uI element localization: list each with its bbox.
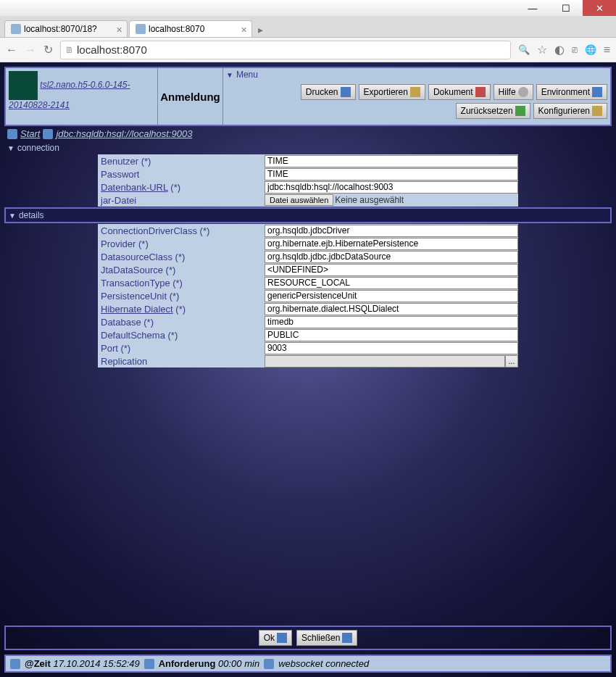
section-details-header[interactable]: ▼ details — [4, 207, 612, 223]
dburl-link[interactable]: Datenbank-URL — [101, 182, 168, 193]
print-icon — [341, 87, 351, 97]
close-icon — [342, 633, 352, 643]
detail-input[interactable] — [265, 225, 518, 237]
reset-icon — [515, 106, 525, 116]
menu-heading[interactable]: ▼ Menu — [223, 68, 610, 81]
breadcrumb-path[interactable]: jdbc:hsqldb:hsql://localhost:9003 — [56, 128, 192, 139]
menu-icon[interactable]: ≡ — [604, 43, 610, 57]
print-button[interactable]: Drucken — [301, 84, 356, 100]
detail-label: TransactionType (*) — [98, 278, 265, 288]
ok-button[interactable]: Ok — [259, 630, 292, 646]
detail-input[interactable] — [265, 316, 518, 328]
project-logo-icon — [9, 71, 38, 100]
reload-icon[interactable]: ↻ — [43, 43, 53, 57]
tab-close-icon[interactable]: ✕ — [116, 25, 122, 35]
page-icon: 🗎 — [65, 45, 74, 55]
favicon-icon — [11, 24, 21, 34]
back-icon[interactable]: ← — [6, 43, 17, 57]
breadcrumb-start[interactable]: Start — [20, 128, 40, 139]
url-bar[interactable]: 🗎 localhost:8070 — [60, 41, 511, 59]
breadcrumb: Start jdbc:hsqldb:hsql://localhost:9003 — [4, 126, 612, 141]
chevron-down-icon: ▼ — [7, 144, 14, 152]
help-button[interactable]: Hilfe — [494, 84, 533, 100]
status-time-label: @Zeit — [25, 658, 51, 669]
detail-input[interactable] — [265, 277, 518, 289]
replication-label: Replication — [98, 356, 265, 367]
connection-form: Benutzer (*) Passwort Datenbank-URL (*) … — [98, 154, 518, 207]
menu-button-bar: Drucken Exportieren Dokument Hilfe Envir… — [223, 81, 610, 122]
close-button[interactable]: Schließen — [296, 630, 357, 646]
folder-icon — [277, 633, 287, 643]
detail-label: ConnectionDriverClass (*) — [98, 225, 265, 236]
home-icon — [7, 129, 17, 139]
browser-toolbar: ← → ↻ 🗎 localhost:8070 🔍 ☆ ◐ ⎚ 🌐 ≡ — [0, 38, 616, 62]
translate-icon[interactable]: 🌐 — [585, 44, 596, 55]
chevron-down-icon: ▼ — [9, 212, 16, 220]
replication-browse-button[interactable]: ... — [505, 355, 518, 367]
status-websocket: websocket connected — [278, 658, 369, 669]
password-input[interactable] — [265, 168, 518, 180]
status-req-label: Anforderung — [159, 658, 216, 669]
status-req-value: 00:00 min — [218, 658, 259, 669]
export-icon — [410, 87, 420, 97]
browser-tab[interactable]: localhost:8070 ✕ — [129, 20, 252, 37]
status-time-value: 17.10.2014 15:52:49 — [53, 658, 139, 669]
section-connection-header[interactable]: ▼ connection — [4, 141, 612, 154]
tab-title: localhost:8070 — [149, 24, 204, 34]
detail-label: Provider (*) — [98, 238, 265, 249]
jarfile-label: jar-Datei — [98, 195, 265, 206]
detail-input[interactable] — [265, 303, 518, 315]
detail-label: DatasourceClass (*) — [98, 252, 265, 262]
detail-input[interactable] — [265, 290, 518, 302]
project-info: tsl2.nano.h5-0.6.0-145-20140828-2141 — [6, 68, 158, 125]
dburl-input[interactable] — [265, 181, 518, 194]
tab-title: localhost:8070/18? — [24, 24, 97, 34]
replication-input[interactable] — [265, 355, 505, 367]
zoom-icon[interactable]: 🔍 — [518, 44, 530, 55]
browser-tab[interactable]: localhost:8070/18? ✕ — [4, 20, 128, 37]
node-icon — [43, 129, 53, 139]
export-button[interactable]: Exportieren — [359, 84, 425, 100]
favicon-icon — [136, 24, 146, 34]
details-form: ConnectionDriverClass (*)Provider (*)Dat… — [98, 224, 518, 367]
detail-input[interactable] — [265, 238, 518, 250]
contrast-icon[interactable]: ◐ — [554, 43, 565, 57]
info-icon — [10, 659, 20, 669]
configure-icon — [592, 106, 602, 116]
detail-label: Database (*) — [98, 317, 265, 328]
tab-close-icon[interactable]: ✕ — [241, 25, 247, 35]
detail-label: DefaultSchema (*) — [98, 330, 265, 341]
document-icon — [475, 87, 486, 97]
maximize-button[interactable]: ☐ — [549, 0, 583, 16]
reset-button[interactable]: Zurücksetzen — [456, 103, 530, 119]
user-input[interactable] — [265, 155, 518, 167]
document-button[interactable]: Dokument — [428, 84, 491, 100]
detail-label: Hibernate Dialect (*) — [98, 304, 265, 315]
cast-icon[interactable]: ⎚ — [572, 44, 578, 55]
configure-button[interactable]: Konfigurieren — [533, 103, 607, 119]
browser-tabstrip: localhost:8070/18? ✕ localhost:8070 ✕ ▸ — [0, 16, 616, 38]
forward-icon[interactable]: → — [25, 43, 36, 57]
info-icon — [264, 659, 274, 669]
detail-label-link[interactable]: Hibernate Dialect — [101, 304, 173, 315]
detail-label: JtaDataSource (*) — [98, 265, 265, 275]
file-choose-button[interactable]: Datei auswählen — [265, 194, 333, 206]
detail-input[interactable] — [265, 264, 518, 276]
url-text: localhost:8070 — [77, 43, 147, 56]
environment-icon — [592, 87, 602, 97]
new-tab-button[interactable]: ▸ — [254, 22, 267, 37]
info-icon — [144, 659, 154, 669]
page-title: Anmeldung — [158, 68, 223, 125]
file-status: Keine ausgewählt — [335, 195, 404, 205]
page-header: tsl2.nano.h5-0.6.0-145-20140828-2141 Anm… — [4, 67, 612, 126]
detail-input[interactable] — [265, 342, 518, 354]
help-icon — [518, 87, 528, 97]
detail-input[interactable] — [265, 251, 518, 263]
window-close-button[interactable]: ✕ — [583, 0, 616, 16]
detail-input[interactable] — [265, 329, 518, 341]
environment-button[interactable]: Environment — [536, 84, 607, 100]
status-bar: @Zeit 17.10.2014 15:52:49 Anforderung 00… — [4, 655, 612, 673]
page-content: tsl2.nano.h5-0.6.0-145-20140828-2141 Anm… — [0, 62, 616, 677]
bookmark-icon[interactable]: ☆ — [537, 43, 547, 57]
minimize-button[interactable]: — — [516, 0, 549, 16]
